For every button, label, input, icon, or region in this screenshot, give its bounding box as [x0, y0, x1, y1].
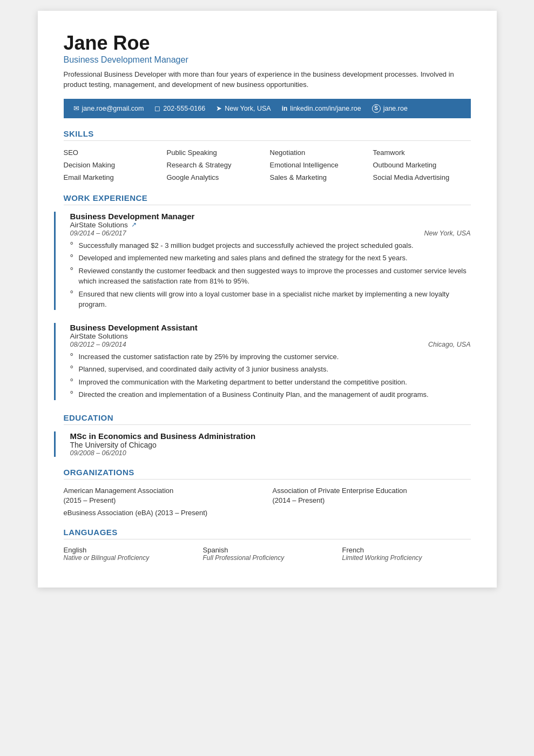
job-entry-2: Business Development Assistant AirState …	[64, 323, 471, 400]
edu-school-1: The University of Chicago	[70, 441, 471, 449]
organizations-title: ORGANIZATIONS	[64, 468, 471, 480]
company-name-2: AirState Solutions	[70, 332, 128, 340]
skype-icon: S	[372, 104, 381, 113]
skill-teamwork: Teamwork	[373, 147, 471, 158]
lang-item-spanish: Spanish Full Professional Proficiency	[203, 546, 332, 562]
skill-email-marketing: Email Marketing	[64, 172, 161, 183]
company-name-1: AirState Solutions	[70, 221, 128, 229]
skill-emotional-intelligence: Emotional Intelligence	[270, 160, 368, 170]
company-row-1: AirState Solutions ↗	[70, 221, 471, 229]
external-link-icon-1: ↗	[131, 221, 137, 228]
lang-level-spanish: Full Professional Proficiency	[203, 554, 332, 562]
languages-section: LANGUAGES English Native or Bilingual Pr…	[64, 528, 471, 562]
education-section: EDUCATION MSc in Economics and Business …	[64, 413, 471, 457]
contact-location: ➤ New York, USA	[216, 104, 271, 112]
job-bar-2	[54, 323, 56, 400]
organizations-grid: American Management Association(2015 – P…	[64, 486, 471, 505]
education-title: EDUCATION	[64, 413, 471, 425]
lang-name-english: English	[64, 546, 192, 554]
bullet-1-3: Reviewed constantly the customer feedbac…	[70, 266, 471, 287]
bullet-2-2: Planned, supervised, and coordinated dai…	[70, 364, 471, 375]
job-dates-2: 08/2012 – 09/2014	[70, 341, 126, 348]
org-item-1: American Management Association(2015 – P…	[64, 486, 262, 505]
work-experience-title: WORK EXPERIENCE	[64, 193, 471, 205]
header-section: Jane Roe Business Development Manager Pr…	[64, 32, 471, 90]
resume-container: Jane Roe Business Development Manager Pr…	[38, 11, 497, 588]
job-bullets-1: Successfully managed $2 - 3 million budg…	[70, 240, 471, 310]
skill-social-media-advertising: Social Media Advertising	[373, 172, 471, 183]
skill-google-analytics: Google Analytics	[167, 172, 265, 183]
org-item-3: eBusiness Association (eBA) (2013 – Pres…	[64, 509, 471, 517]
email-icon: ✉	[73, 104, 79, 112]
skill-seo: SEO	[64, 147, 161, 158]
lang-level-english: Native or Bilingual Proficiency	[64, 554, 192, 562]
contact-linkedin: in linkedin.com/in/jane.roe	[282, 105, 361, 112]
languages-grid: English Native or Bilingual Proficiency …	[64, 546, 471, 562]
skill-decision-making: Decision Making	[64, 160, 161, 170]
contact-bar: ✉ jane.roe@gmail.com ◻ 202-555-0166 ➤ Ne…	[64, 99, 471, 118]
job-dates-1: 09/2014 – 06/2017	[70, 230, 126, 237]
skill-public-speaking: Public Speaking	[167, 147, 265, 158]
work-experience-section: WORK EXPERIENCE Business Development Man…	[64, 193, 471, 400]
lang-item-french: French Limited Working Proficiency	[342, 546, 471, 562]
edu-bar-1	[54, 431, 56, 457]
edu-dates-1: 09/2008 – 06/2010	[70, 449, 471, 457]
lang-level-french: Limited Working Proficiency	[342, 554, 471, 562]
job-entry-1: Business Development Manager AirState So…	[64, 212, 471, 310]
job-location-1: New York, USA	[424, 230, 471, 237]
bullet-2-1: Increased the customer satisfaction rate…	[70, 352, 471, 362]
job-bullets-2: Increased the customer satisfaction rate…	[70, 352, 471, 400]
bullet-1-1: Successfully managed $2 - 3 million budg…	[70, 240, 471, 251]
bullet-1-2: Developed and implemented new marketing …	[70, 253, 471, 264]
skill-outbound-marketing: Outbound Marketing	[373, 160, 471, 170]
candidate-name: Jane Roe	[64, 32, 471, 54]
job-location-2: Chicago, USA	[428, 341, 471, 348]
company-row-2: AirState Solutions	[70, 332, 471, 340]
job-title-1: Business Development Manager	[70, 212, 471, 221]
candidate-title: Business Development Manager	[64, 55, 471, 65]
candidate-summary: Professional Business Developer with mor…	[64, 69, 471, 90]
location-icon: ➤	[216, 104, 222, 112]
linkedin-icon: in	[282, 105, 288, 112]
skill-research-strategy: Research & Strategy	[167, 160, 265, 170]
edu-entry-1: MSc in Economics and Business Administra…	[64, 431, 471, 457]
org-item-2: Association of Private Enterprise Educat…	[273, 486, 471, 505]
job-bar-1	[54, 212, 56, 310]
bullet-1-4: Ensured that new clients will grow into …	[70, 289, 471, 310]
job-title-2: Business Development Assistant	[70, 323, 471, 332]
skill-sales-marketing: Sales & Marketing	[270, 172, 368, 183]
contact-skype: S jane.roe	[372, 104, 408, 113]
phone-icon: ◻	[154, 104, 160, 112]
languages-title: LANGUAGES	[64, 528, 471, 539]
lang-name-spanish: Spanish	[203, 546, 332, 554]
contact-phone: ◻ 202-555-0166	[154, 104, 205, 112]
lang-name-french: French	[342, 546, 471, 554]
skill-negotiation: Negotiation	[270, 147, 368, 158]
skills-title: SKILLS	[64, 129, 471, 141]
bullet-2-4: Directed the creation and implementation…	[70, 389, 471, 400]
contact-email: ✉ jane.roe@gmail.com	[73, 104, 144, 112]
skills-section: SKILLS SEO Public Speaking Negotiation T…	[64, 129, 471, 183]
bullet-2-3: Improved the communication with the Mark…	[70, 377, 471, 388]
skills-grid: SEO Public Speaking Negotiation Teamwork…	[64, 147, 471, 183]
lang-item-english: English Native or Bilingual Proficiency	[64, 546, 192, 562]
edu-degree-1: MSc in Economics and Business Administra…	[70, 431, 471, 441]
date-location-2: 08/2012 – 09/2014 Chicago, USA	[70, 341, 471, 348]
date-location-1: 09/2014 – 06/2017 New York, USA	[70, 230, 471, 237]
organizations-section: ORGANIZATIONS American Management Associ…	[64, 468, 471, 517]
